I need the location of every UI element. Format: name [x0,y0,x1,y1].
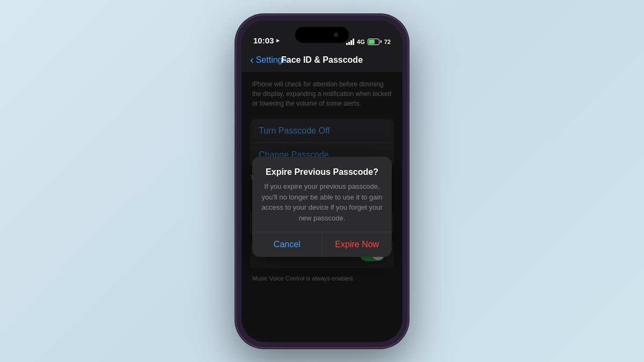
battery-level: 72 [384,39,391,45]
status-time: 10:03 ▸ [253,36,280,45]
dialog-content: Expire Previous Passcode? If you expire … [252,157,392,232]
signal-bars [346,39,354,45]
dialog-overlay: Expire Previous Passcode? If you expire … [241,72,402,342]
expire-dialog: Expire Previous Passcode? If you expire … [252,157,392,257]
battery-fill [369,40,375,44]
bar2 [348,42,350,45]
battery-tip [380,40,382,43]
dialog-title: Expire Previous Passcode? [261,167,383,177]
camera-dot [334,33,338,37]
status-icons: 4G 72 [346,39,391,45]
battery-body [368,39,379,45]
phone-frame: 10:03 ▸ 4G [236,15,408,348]
expire-now-button[interactable]: Expire Now [323,232,392,257]
bar3 [350,40,352,45]
signal-type: 4G [357,39,365,45]
screen-content: iPhone will check for attention before d… [241,72,402,342]
location-icon: ▸ [276,37,280,44]
time-text: 10:03 [253,36,274,45]
phone-screen: 10:03 ▸ 4G [241,20,402,342]
dialog-message: If you expire your previous passcode, yo… [261,181,383,223]
dialog-buttons: Cancel Expire Now [252,232,392,257]
nav-title: Face ID & Passcode [281,55,363,65]
nav-bar: Settings Face ID & Passcode [241,48,402,72]
bar1 [346,43,348,45]
bar4 [353,39,354,45]
phone-wrapper: 10:03 ▸ 4G [236,15,408,348]
dynamic-island [295,27,349,43]
cancel-button[interactable]: Cancel [252,232,323,257]
battery-icon [368,39,382,45]
back-arrow-icon [250,54,254,66]
